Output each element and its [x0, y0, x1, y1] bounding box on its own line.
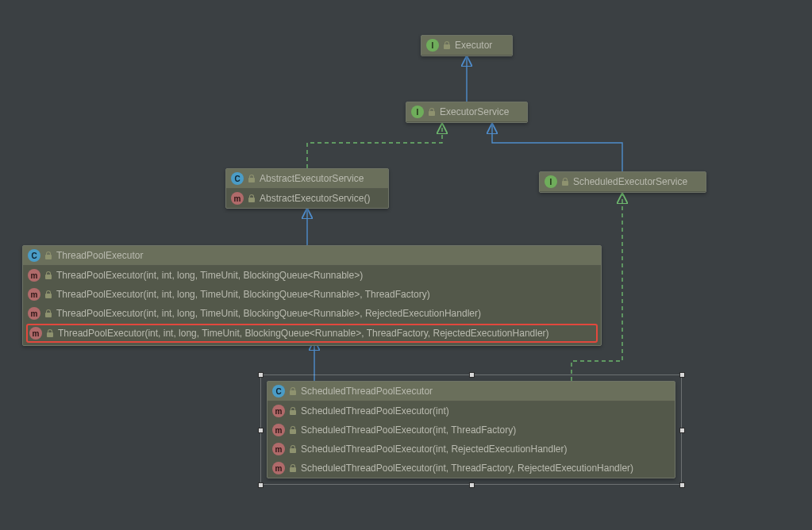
lock-icon	[289, 445, 297, 453]
member-label: ScheduledThreadPoolExecutor(int)	[301, 405, 449, 417]
node-header[interactable]: IScheduledExecutorService	[540, 172, 706, 192]
member-row[interactable]: mThreadPoolExecutor(int, int, long, Time…	[23, 304, 601, 323]
lock-icon	[44, 309, 52, 317]
node-header[interactable]: CAbstractExecutorService	[226, 169, 388, 189]
node-title: AbstractExecutorService	[260, 173, 364, 184]
node-header[interactable]: IExecutorService	[406, 102, 527, 122]
member-label: ThreadPoolExecutor(int, int, long, TimeU…	[56, 308, 481, 319]
method-icon: m	[272, 462, 285, 474]
method-icon: m	[272, 405, 285, 417]
member-label: ScheduledThreadPoolExecutor(int, ThreadF…	[301, 463, 633, 474]
member-label: ThreadPoolExecutor(int, int, long, TimeU…	[56, 289, 430, 300]
lock-icon	[443, 41, 451, 49]
selection-handle[interactable]	[679, 372, 685, 378]
member-row[interactable]: mScheduledThreadPoolExecutor(int, Thread…	[267, 459, 675, 478]
method-icon: m	[272, 424, 285, 436]
node-executor[interactable]: IExecutor	[421, 35, 513, 56]
class-icon: C	[272, 385, 285, 398]
node-title: ExecutorService	[440, 106, 509, 117]
member-label: ScheduledThreadPoolExecutor(int, ThreadF…	[301, 424, 516, 436]
node-title: Executor	[455, 40, 492, 51]
selection-handle[interactable]	[679, 428, 685, 433]
interface-icon: I	[545, 175, 557, 188]
lock-icon	[44, 252, 52, 259]
lock-icon	[46, 329, 54, 337]
node-executorService[interactable]: IExecutorService	[406, 102, 528, 123]
edge-scheduledExecutorService-to-executorService	[492, 123, 622, 171]
member-row[interactable]: mScheduledThreadPoolExecutor(int, Reject…	[267, 440, 675, 459]
member-row[interactable]: mScheduledThreadPoolExecutor(int)	[267, 401, 675, 421]
node-title: ScheduledThreadPoolExecutor	[301, 386, 433, 397]
lock-icon	[289, 464, 297, 472]
member-label: AbstractExecutorService()	[260, 193, 370, 204]
selection-handle[interactable]	[258, 428, 264, 433]
interface-icon: I	[411, 106, 424, 118]
interface-icon: I	[426, 39, 439, 52]
node-header[interactable]: CThreadPoolExecutor	[23, 246, 601, 266]
method-icon: m	[231, 192, 244, 205]
member-row[interactable]: mScheduledThreadPoolExecutor(int, Thread…	[267, 421, 675, 440]
selection-handle[interactable]	[469, 372, 475, 378]
method-icon: m	[29, 327, 42, 340]
node-title: ThreadPoolExecutor	[56, 250, 143, 261]
node-scheduledExecutorService[interactable]: IScheduledExecutorService	[539, 171, 706, 193]
lock-icon	[428, 108, 436, 116]
member-row[interactable]: mThreadPoolExecutor(int, int, long, Time…	[23, 285, 601, 304]
member-row[interactable]: mThreadPoolExecutor(int, int, long, Time…	[26, 324, 598, 343]
edge-abstractExecutorService-to-executorService	[307, 123, 442, 168]
class-icon: C	[28, 249, 40, 262]
class-icon: C	[231, 172, 244, 185]
selection-handle[interactable]	[258, 372, 264, 378]
method-icon: m	[28, 307, 40, 320]
node-scheduledThreadPoolExecutor[interactable]: CScheduledThreadPoolExecutormScheduledTh…	[267, 381, 675, 478]
member-label: ThreadPoolExecutor(int, int, long, TimeU…	[58, 328, 549, 339]
selection-handle[interactable]	[258, 482, 264, 488]
member-row[interactable]: mAbstractExecutorService()	[226, 189, 388, 208]
member-label: ScheduledThreadPoolExecutor(int, Rejecte…	[301, 444, 568, 455]
selection-handle[interactable]	[679, 482, 685, 488]
node-title: ScheduledExecutorService	[573, 176, 687, 187]
lock-icon	[289, 426, 297, 434]
node-header[interactable]: IExecutor	[421, 36, 512, 56]
member-row[interactable]: mThreadPoolExecutor(int, int, long, Time…	[23, 266, 601, 285]
node-header[interactable]: CScheduledThreadPoolExecutor	[267, 382, 675, 401]
node-abstractExecutorService[interactable]: CAbstractExecutorServicemAbstractExecuto…	[225, 168, 389, 209]
method-icon: m	[272, 443, 285, 455]
lock-icon	[248, 175, 256, 182]
method-icon: m	[28, 269, 40, 282]
lock-icon	[561, 178, 569, 186]
lock-icon	[44, 271, 52, 279]
selection-handle[interactable]	[469, 482, 475, 488]
lock-icon	[248, 194, 256, 202]
lock-icon	[289, 407, 297, 415]
node-threadPoolExecutor[interactable]: CThreadPoolExecutormThreadPoolExecutor(i…	[22, 245, 602, 346]
lock-icon	[44, 290, 52, 298]
lock-icon	[289, 387, 297, 395]
member-label: ThreadPoolExecutor(int, int, long, TimeU…	[56, 270, 363, 281]
method-icon: m	[28, 288, 40, 301]
